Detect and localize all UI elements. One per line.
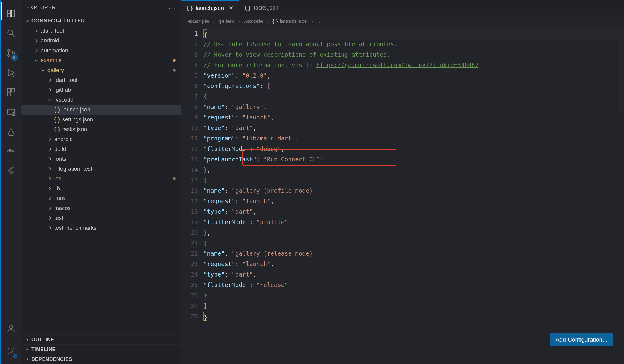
code-line[interactable]: "type": "dart",: [203, 206, 624, 217]
code-line[interactable]: "program": "lib/main.dart",: [203, 133, 624, 144]
folder-item[interactable]: test_benchmarks: [21, 223, 181, 233]
folder-item[interactable]: .dart_tool: [21, 26, 181, 36]
tree-label: launch.json: [62, 107, 90, 113]
breadcrumb-segment[interactable]: { } launch.json: [272, 18, 308, 25]
code-line[interactable]: },: [203, 164, 624, 175]
json-icon: { }: [54, 126, 60, 133]
chevron-right-icon: [47, 88, 53, 92]
folder-item[interactable]: android: [21, 36, 181, 46]
extensions-icon[interactable]: [1, 83, 22, 102]
breadcrumb-segment[interactable]: .vscode: [244, 18, 263, 25]
flutter-icon[interactable]: [1, 161, 22, 181]
chevron-right-icon: [33, 29, 39, 33]
line-number: 13: [181, 154, 198, 164]
run-debug-icon[interactable]: [1, 63, 22, 83]
settings-badge: [13, 354, 17, 358]
sidebar-section[interactable]: OUTLINE: [21, 334, 181, 344]
source-control-icon[interactable]: 5: [1, 43, 22, 63]
docker-icon[interactable]: [1, 142, 22, 161]
tree-label: lib: [54, 185, 60, 192]
minimap-thumb[interactable]: [618, 27, 624, 113]
code-line[interactable]: "name": "gallery",: [203, 102, 624, 112]
code-line[interactable]: }: [203, 290, 624, 301]
code-line[interactable]: "name": "gallery (profile mode)",: [203, 185, 624, 196]
folder-item[interactable]: .github: [21, 85, 181, 95]
folder-item[interactable]: automation: [21, 46, 181, 55]
svg-point-3: [12, 52, 14, 54]
settings-gear-icon[interactable]: [1, 341, 22, 361]
code-line[interactable]: {: [203, 175, 624, 185]
testing-icon[interactable]: [1, 122, 22, 142]
breadcrumb-segment[interactable]: ...: [317, 18, 322, 25]
line-number: 18: [181, 206, 198, 217]
folder-item[interactable]: lib: [21, 184, 181, 193]
line-number: 27: [181, 301, 198, 311]
code-line[interactable]: },: [203, 227, 624, 238]
sidebar-section[interactable]: DEPENDENCIES: [21, 354, 181, 364]
chevron-down-icon: [47, 98, 53, 102]
sidebar-more-icon[interactable]: ···: [169, 4, 176, 11]
tree-root[interactable]: CONNECT-FLUTTER: [21, 16, 181, 26]
code-line[interactable]: }: [203, 311, 624, 322]
code-line[interactable]: // For more information, visit: https://…: [203, 60, 624, 70]
breadcrumb-segment[interactable]: example: [188, 18, 209, 25]
code-line[interactable]: "request": "launch",: [203, 112, 624, 123]
sidebar-section[interactable]: TIMELINE: [21, 344, 181, 354]
explorer-icon[interactable]: [1, 4, 22, 23]
folder-item[interactable]: example: [21, 55, 181, 65]
file-item[interactable]: { }launch.json: [21, 105, 181, 115]
breadcrumb-separator: ›: [213, 18, 215, 25]
code-line[interactable]: "flutterMode": "release": [203, 280, 624, 290]
folder-item[interactable]: .dart_tool: [21, 75, 181, 85]
line-number: 9: [181, 112, 198, 123]
minimap[interactable]: [618, 27, 624, 364]
close-icon[interactable]: ✕: [229, 5, 233, 11]
code-line[interactable]: ]: [203, 301, 624, 311]
code-line[interactable]: "configurations": [: [203, 81, 624, 91]
folder-item[interactable]: android: [21, 134, 181, 144]
search-icon[interactable]: [1, 23, 22, 43]
code-line[interactable]: "request": "launch",: [203, 196, 624, 206]
code-editor[interactable]: 1234567891011121314151617181920212223242…: [181, 27, 624, 364]
folder-item[interactable]: macos: [21, 203, 181, 213]
code-line[interactable]: "name": "gallery (release mode)",: [203, 248, 624, 259]
section-label: TIMELINE: [31, 347, 56, 352]
folder-item[interactable]: integration_test: [21, 164, 181, 174]
scm-badge: 5: [11, 54, 18, 61]
folder-item[interactable]: fonts: [21, 154, 181, 164]
code-line[interactable]: {: [203, 28, 624, 39]
code-line[interactable]: "type": "dart",: [203, 269, 624, 280]
code-line[interactable]: "request": "launch",: [203, 259, 624, 269]
json-icon: { }: [54, 116, 60, 123]
folder-item[interactable]: ios: [21, 174, 181, 184]
code-line[interactable]: {: [203, 238, 624, 248]
folder-item[interactable]: .vscode: [21, 95, 181, 105]
folder-item[interactable]: test: [21, 213, 181, 223]
breadcrumb[interactable]: example›gallery›.vscode›{ } launch.json›…: [181, 15, 624, 27]
file-item[interactable]: { }tasks.json: [21, 124, 181, 134]
code-line[interactable]: {: [203, 91, 624, 102]
add-configuration-button[interactable]: Add Configuration...: [550, 333, 613, 346]
folder-item[interactable]: linux: [21, 193, 181, 203]
remote-icon[interactable]: [1, 102, 22, 122]
accounts-icon[interactable]: [1, 318, 22, 338]
breadcrumb-segment[interactable]: gallery: [218, 18, 235, 25]
code-content[interactable]: { // Use IntelliSense to learn about pos…: [203, 27, 624, 364]
code-line[interactable]: "type": "dart",: [203, 123, 624, 133]
code-line[interactable]: "preLaunchTask": "Run Connect CLI": [203, 154, 624, 164]
code-line[interactable]: "flutterMode": "debug",: [203, 144, 624, 154]
line-number: 7: [181, 91, 198, 102]
editor-tab[interactable]: { }launch.json✕: [181, 0, 239, 15]
tree-label: fonts: [54, 156, 66, 162]
code-line[interactable]: // Hover to view descriptions of existin…: [203, 49, 624, 60]
code-line[interactable]: "flutterMode": "profile": [203, 217, 624, 227]
line-number: 12: [181, 144, 198, 154]
chevron-right-icon: [47, 206, 53, 210]
code-line[interactable]: // Use IntelliSense to learn about possi…: [203, 39, 624, 49]
folder-item[interactable]: build: [21, 144, 181, 154]
editor-tab[interactable]: { }tasks.json: [239, 0, 284, 15]
tree-label: android: [54, 136, 73, 143]
file-item[interactable]: { }settings.json: [21, 115, 181, 124]
folder-item[interactable]: gallery: [21, 65, 181, 75]
code-line[interactable]: "version": "0.2.0",: [203, 70, 624, 81]
